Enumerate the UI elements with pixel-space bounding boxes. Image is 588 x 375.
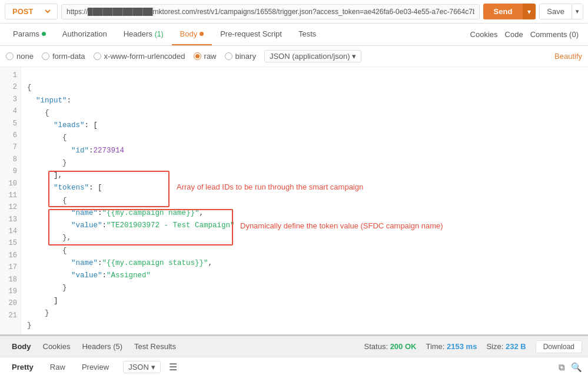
format-bar: none form-data x-www-form-urlencoded raw… (0, 46, 588, 67)
code-line-21: } (24, 320, 588, 332)
params-label: Params (13, 29, 39, 38)
resp-dropdown-chevron: ▾ (151, 363, 155, 371)
resp-format-pretty[interactable]: Pretty (6, 361, 39, 373)
format-formdata-label: form-data (52, 52, 85, 61)
resp-json-label: JSON (128, 363, 149, 371)
response-format-bar: Pretty Raw Preview JSON ▾ ☰ ⧉ 🔍 (0, 357, 588, 375)
download-button[interactable]: Download (536, 340, 582, 353)
cookies-link[interactable]: Cookies (470, 30, 498, 39)
search-icon[interactable]: 🔍 (571, 362, 582, 373)
tab-body[interactable]: Body (172, 24, 212, 45)
radio-urlencoded[interactable] (94, 52, 101, 60)
code-line-2: { (24, 82, 588, 94)
code-line-3: "input": (24, 95, 588, 107)
format-binary[interactable]: binary (225, 52, 256, 61)
code-line-19: ] (24, 295, 588, 307)
resp-tab-body[interactable]: Body (6, 340, 37, 353)
tab-right-actions: Cookies Code Comments (0) (470, 30, 583, 39)
tab-authorization[interactable]: Authorization (54, 24, 115, 45)
code-line-16: "name": "{{my.campaign status}}", (24, 257, 588, 270)
code-line-17: "value": "Assigned" (24, 270, 588, 282)
annotation-text-leads: Array of lead IDs to be run through the … (177, 182, 363, 191)
body-label: Body (180, 29, 198, 38)
code-line-1 (24, 69, 588, 82)
resp-format-raw[interactable]: Raw (44, 361, 71, 373)
method-selector[interactable]: POST GET PUT DELETE (5, 4, 58, 19)
resp-tab-cookies[interactable]: Cookies (37, 340, 77, 353)
status-time: 2153 ms (447, 342, 477, 351)
save-dropdown[interactable]: ▾ (572, 4, 583, 19)
headers-label: Headers (124, 29, 152, 38)
code-line-5: "leads" : [ (24, 120, 588, 132)
send-button[interactable]: Send (483, 4, 523, 19)
radio-none[interactable] (6, 52, 14, 60)
format-none-label: none (16, 52, 34, 61)
radio-formdata[interactable] (42, 52, 49, 60)
status-label: Status: 200 OK (364, 342, 417, 351)
top-bar: POST GET PUT DELETE Send ▾ Save ▾ (0, 0, 588, 24)
code-line-8: } (24, 157, 588, 170)
format-binary-label: binary (235, 52, 256, 61)
json-type-dropdown[interactable]: JSON (application/json) ▾ (264, 50, 362, 62)
time-label: Time: 2153 ms (426, 342, 477, 351)
tab-params[interactable]: Params (5, 24, 54, 45)
code-line-6: { (24, 132, 588, 144)
request-tab-bar: Params Authorization Headers (1) Body Pr… (0, 24, 588, 46)
resp-tab-headers[interactable]: Headers (5) (76, 340, 128, 353)
code-line-11: { (24, 195, 588, 207)
code-line-7: "id" : 2273914 (24, 145, 588, 157)
format-none[interactable]: none (6, 52, 34, 61)
code-line-20: } (24, 307, 588, 320)
code-content: { "input": { "leads" : [ { "id" : 227391… (21, 67, 588, 334)
code-link[interactable]: Code (505, 30, 523, 39)
format-raw[interactable]: raw (194, 52, 217, 61)
format-formdata[interactable]: form-data (42, 52, 85, 61)
annotation-text-tokens: Dynamically define the token value (SFDC… (240, 221, 443, 230)
copy-icon[interactable]: ⧉ (559, 362, 565, 373)
save-button-group: Save ▾ (539, 4, 583, 19)
code-line-4: { (24, 107, 588, 120)
response-icons: ⧉ 🔍 (559, 362, 582, 373)
tab-tests[interactable]: Tests (290, 24, 324, 45)
radio-binary[interactable] (225, 52, 232, 60)
format-urlencoded[interactable]: x-www-form-urlencoded (94, 52, 185, 61)
tab-headers[interactable]: Headers (1) (115, 24, 172, 45)
json-type-label: JSON (application/json) (270, 52, 350, 61)
code-line-14: }, (24, 232, 588, 244)
format-raw-label: raw (204, 52, 217, 61)
response-status-group: Status: 200 OK Time: 2153 ms Size: 232 B… (364, 340, 582, 353)
resp-format-preview[interactable]: Preview (76, 361, 115, 373)
dropdown-chevron: ▾ (352, 52, 356, 61)
status-ok: 200 OK (390, 342, 417, 351)
code-line-15: { (24, 245, 588, 257)
status-size: 232 B (506, 342, 526, 351)
response-bar: Body Cookies Headers (5) Test Results St… (0, 336, 588, 357)
format-urlencoded-label: x-www-form-urlencoded (104, 52, 185, 61)
headers-count: (1) (155, 30, 164, 38)
url-input[interactable] (61, 4, 480, 19)
save-button[interactable]: Save (540, 4, 572, 19)
code-line-9: ], (24, 170, 588, 182)
beautify-button[interactable]: Beautify (554, 52, 582, 61)
send-button-group: Send ▾ (483, 4, 536, 19)
tab-prerequest[interactable]: Pre-request Script (212, 24, 290, 45)
radio-raw[interactable] (194, 52, 201, 60)
editor-content: 12345 678910 1112131415 1617181920 21 { … (0, 67, 588, 334)
resp-json-dropdown[interactable]: JSON ▾ (123, 361, 161, 373)
body-dot (200, 32, 204, 36)
send-dropdown[interactable]: ▾ (523, 4, 536, 19)
line-numbers: 12345 678910 1112131415 1617181920 21 (0, 67, 21, 334)
method-dropdown[interactable]: POST GET PUT DELETE (10, 6, 52, 16)
filter-icon[interactable]: ☰ (169, 361, 177, 373)
code-line-12: "name": "{{my.campaign name}}", (24, 207, 588, 220)
resp-tab-testresults[interactable]: Test Results (128, 340, 182, 353)
request-editor[interactable]: 12345 678910 1112131415 1617181920 21 { … (0, 67, 588, 336)
params-dot (42, 32, 46, 36)
size-label: Size: 232 B (486, 342, 526, 351)
comments-link[interactable]: Comments (0) (530, 30, 579, 39)
code-line-18: } (24, 282, 588, 294)
